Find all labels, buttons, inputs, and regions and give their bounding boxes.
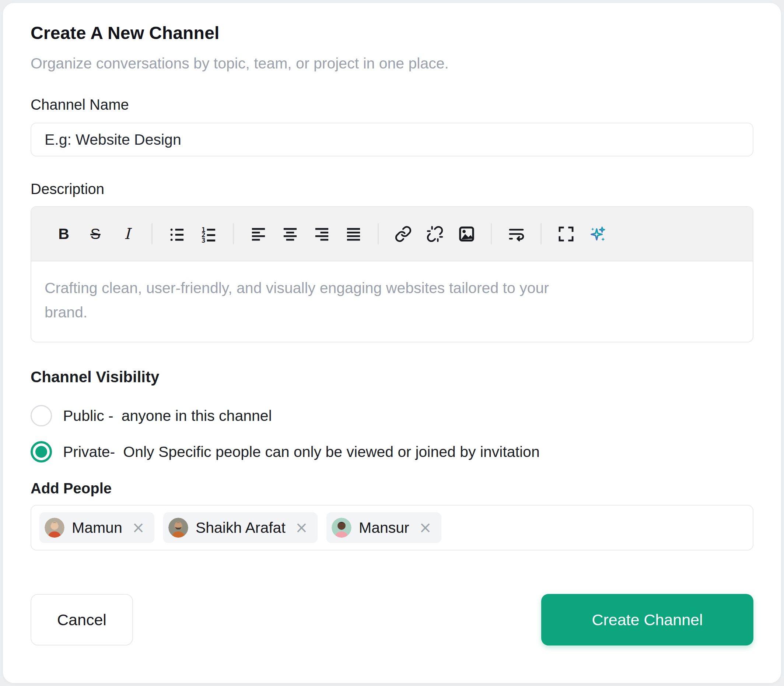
link-icon bbox=[394, 225, 412, 243]
text-wrap-button[interactable] bbox=[503, 220, 529, 247]
visibility-option-public[interactable]: Public -anyone in this channel bbox=[31, 405, 753, 426]
image-icon bbox=[458, 225, 475, 243]
align-justify-icon bbox=[345, 225, 362, 243]
italic-button[interactable]: I bbox=[114, 220, 140, 247]
modal-subtitle: Organize conversations by topic, team, o… bbox=[31, 55, 753, 72]
remove-person-icon[interactable]: × bbox=[419, 520, 432, 536]
ai-assist-button[interactable] bbox=[584, 220, 611, 247]
image-button[interactable] bbox=[453, 220, 480, 247]
visibility-option-private[interactable]: Private-Only Specific people can only be… bbox=[31, 441, 753, 462]
person-tag: Mansur × bbox=[326, 512, 441, 543]
ai-sparkles-icon bbox=[589, 225, 606, 243]
align-justify-button[interactable] bbox=[340, 220, 367, 247]
fullscreen-icon bbox=[557, 225, 575, 243]
toolbar-divider bbox=[378, 223, 379, 245]
create-channel-modal: Create A New Channel Organize conversati… bbox=[3, 3, 781, 683]
remove-person-icon[interactable]: × bbox=[295, 520, 308, 536]
person-name: Mamun bbox=[72, 519, 122, 536]
align-left-icon bbox=[250, 225, 267, 243]
radio-unselected-icon bbox=[31, 405, 52, 426]
avatar bbox=[169, 518, 188, 537]
person-name: Mansur bbox=[359, 519, 409, 536]
description-placeholder: Crafting clean, user-friendly, and visua… bbox=[44, 276, 549, 324]
person-name: Shaikh Arafat bbox=[196, 519, 286, 536]
private-option-name: Private- bbox=[63, 443, 115, 460]
public-option-name: Public - bbox=[63, 407, 113, 424]
action-bar: Cancel Create Channel bbox=[31, 594, 753, 645]
italic-icon: I bbox=[124, 227, 130, 242]
numbered-list-icon: 1 2 3 bbox=[200, 225, 218, 243]
fullscreen-button[interactable] bbox=[553, 220, 579, 247]
person-tag: Shaikh Arafat × bbox=[163, 512, 318, 543]
strikethrough-icon: S bbox=[90, 227, 100, 242]
bold-button[interactable]: B bbox=[51, 220, 77, 247]
align-center-button[interactable] bbox=[277, 220, 303, 247]
create-channel-button[interactable]: Create Channel bbox=[541, 594, 753, 645]
align-center-icon bbox=[282, 225, 299, 243]
add-people-label: Add People bbox=[31, 480, 753, 497]
avatar bbox=[44, 518, 64, 537]
toolbar-divider bbox=[233, 223, 234, 245]
link-button[interactable] bbox=[390, 220, 416, 247]
bullet-list-button[interactable] bbox=[164, 220, 190, 247]
align-right-icon bbox=[313, 225, 331, 243]
toolbar-divider bbox=[491, 223, 492, 245]
add-people-input[interactable]: Mamun × Shaikh Arafat × bbox=[31, 505, 753, 550]
description-editor: B S I 1 2 3 bbox=[31, 206, 753, 343]
modal-title: Create A New Channel bbox=[31, 23, 753, 43]
channel-name-input[interactable] bbox=[31, 122, 753, 157]
remove-person-icon[interactable]: × bbox=[132, 520, 145, 536]
toolbar-divider bbox=[151, 223, 152, 245]
bold-icon: B bbox=[58, 227, 69, 242]
channel-visibility-label: Channel Visibility bbox=[31, 368, 753, 386]
radio-selected-icon bbox=[31, 441, 52, 462]
editor-toolbar: B S I 1 2 3 bbox=[31, 207, 753, 261]
avatar bbox=[332, 518, 352, 537]
numbered-list-button[interactable]: 1 2 3 bbox=[195, 220, 222, 247]
svg-text:3: 3 bbox=[201, 237, 205, 243]
private-option-desc: Only Specific people can only be viewed … bbox=[123, 443, 539, 460]
unlink-button[interactable] bbox=[421, 220, 448, 247]
bullet-list-icon bbox=[169, 225, 186, 243]
align-left-button[interactable] bbox=[245, 220, 272, 247]
toolbar-divider bbox=[540, 223, 542, 245]
align-right-button[interactable] bbox=[308, 220, 335, 247]
person-tag: Mamun × bbox=[39, 512, 154, 543]
unlink-icon bbox=[426, 225, 444, 243]
channel-name-label: Channel Name bbox=[31, 96, 753, 113]
cancel-button[interactable]: Cancel bbox=[31, 594, 133, 645]
strikethrough-button[interactable]: S bbox=[82, 220, 109, 247]
description-textarea[interactable]: Crafting clean, user-friendly, and visua… bbox=[31, 261, 753, 342]
description-label: Description bbox=[31, 181, 753, 198]
public-option-desc: anyone in this channel bbox=[121, 407, 272, 424]
text-wrap-icon bbox=[508, 225, 525, 243]
